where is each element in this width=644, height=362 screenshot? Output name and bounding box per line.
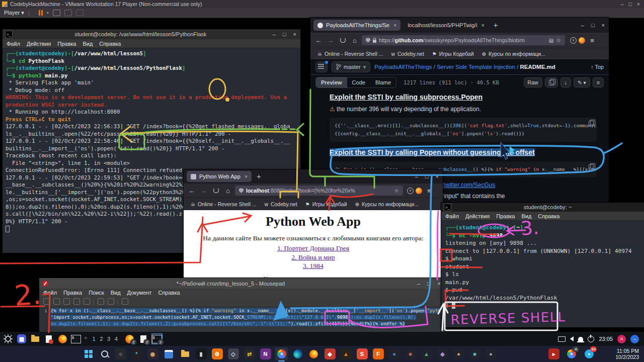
file-manager-button[interactable]: [30, 334, 40, 344]
edge-app[interactable]: [291, 347, 304, 360]
minimize-button[interactable]: –: [273, 31, 276, 37]
copy-code-icon[interactable]: [589, 121, 594, 129]
ctrl-alt-del-button[interactable]: [53, 10, 60, 16]
player-menu[interactable]: Player ▾: [4, 10, 24, 16]
app-b[interactable]: ■: [404, 347, 417, 360]
breadcrumb[interactable]: PayloadsAllTheThings / Server Side Templ…: [374, 64, 555, 70]
menu-item[interactable]: Действия: [27, 41, 51, 47]
tab-localhost-phptwig[interactable]: localhost/lesson5/PHPTwig/i ×: [404, 20, 489, 31]
start-button[interactable]: [82, 347, 95, 360]
copy-file-button[interactable]: [545, 77, 558, 87]
home-button[interactable]: ⌂: [223, 187, 233, 195]
back-button[interactable]: ←: [313, 37, 324, 44]
app-d[interactable]: ◆: [436, 347, 449, 360]
close-button[interactable]: ×: [436, 173, 439, 179]
menu-button[interactable]: ≡: [424, 187, 434, 195]
chrome-tray[interactable]: A: [565, 347, 578, 360]
tab-python-web-app[interactable]: Python Web App ×: [187, 171, 252, 182]
forward-button[interactable]: →: [199, 187, 209, 195]
minimize-button[interactable]: –: [581, 22, 584, 28]
calendar-app[interactable]: [163, 347, 175, 360]
host-clock[interactable]: 11:05 PM10/2/2023: [600, 348, 639, 360]
raw-button[interactable]: Raw: [524, 77, 542, 87]
settings-app[interactable]: ⚙: [211, 347, 223, 360]
reload-button[interactable]: [338, 37, 348, 44]
left-terminal-titlebar[interactable]: >_ student@codeby: /var/www/html/lesson5…: [3, 29, 300, 39]
firefox-account-icon[interactable]: [579, 37, 585, 44]
maximize-button[interactable]: □: [425, 173, 429, 179]
copy-code-icon[interactable]: [589, 164, 594, 172]
menu-item[interactable]: Вид: [83, 41, 93, 47]
branch-selector[interactable]: master ▾: [332, 61, 370, 72]
apps-button[interactable]: ▦: [17, 334, 27, 344]
pocket-icon[interactable]: ∨: [407, 188, 414, 194]
go-button[interactable]: →: [630, 335, 639, 343]
maximize-button[interactable]: □: [591, 22, 595, 28]
menu-item[interactable]: Файл: [43, 290, 57, 296]
search-button[interactable]: [98, 347, 111, 360]
fl-app[interactable]: F: [372, 347, 384, 360]
files-app[interactable]: [179, 347, 191, 360]
bookmark-item[interactable]: wCodeby.net: [391, 51, 424, 57]
bookmark-item[interactable]: ⚑Игры Кодебай: [432, 51, 474, 57]
readme-heading-1[interactable]: Exploit the SSTI by calling subprocess.P…: [330, 93, 609, 101]
right-terminal-content[interactable]: ┌──(student@codeby)-[~]└─$ nc -nvlp 9898…: [441, 221, 644, 327]
reader-icon[interactable]: ▤: [549, 38, 553, 43]
outline-button[interactable]: ≡: [593, 77, 604, 87]
onenote-app[interactable]: N: [259, 347, 272, 360]
bookmark-item[interactable]: ☠Online - Reverse Shell ...: [191, 201, 257, 207]
right-terminal-titlebar[interactable]: >_ student@codeby: ~: [441, 203, 644, 212]
readme-heading-2[interactable]: Exploit the SSTI by calling Popen withou…: [330, 148, 609, 156]
vmware-maximize-button[interactable]: □: [629, 1, 632, 7]
tab-close-icon[interactable]: ×: [393, 22, 396, 28]
minimize-button[interactable]: –: [415, 173, 418, 179]
menu-button[interactable]: ≡: [587, 37, 597, 44]
wallet-app[interactable]: ▮: [195, 347, 207, 360]
tab-close-icon[interactable]: ×: [245, 173, 248, 179]
suspend-button[interactable]: [39, 10, 43, 16]
mousepad-titlebar[interactable]: *~/Рабочий стол/tmp_lesson_5 - Mousepad …: [39, 278, 445, 289]
reload-button[interactable]: [211, 187, 221, 195]
bookmark-star-icon[interactable]: ☆: [394, 188, 399, 194]
terminal-button[interactable]: $: [71, 334, 81, 344]
mousepad-text[interactable]: {% for x in ().__class__.__base__.__subc…: [49, 307, 445, 332]
photos-app[interactable]: ◉: [146, 347, 159, 360]
shop-app[interactable]: S: [356, 347, 368, 360]
mousepad-button[interactable]: [44, 334, 54, 344]
bookmark-item[interactable]: wCodeby.net: [265, 201, 297, 207]
menu-item[interactable]: Документ: [127, 290, 152, 296]
video-app[interactable]: ▸: [547, 347, 560, 360]
minimize-button[interactable]: –: [417, 281, 420, 287]
guest-clock[interactable]: 23:05: [599, 336, 613, 342]
menu-item[interactable]: Правка: [63, 290, 82, 296]
tab-payloadsallthethings[interactable]: PayloadsAllTheThings/Se ×: [313, 20, 400, 31]
close-button[interactable]: ×: [293, 31, 296, 37]
firefox-app[interactable]: [307, 347, 320, 360]
vmware-app[interactable]: ◇: [227, 347, 239, 360]
power-icon[interactable]: [588, 336, 594, 342]
menu-item[interactable]: Правка: [496, 213, 515, 219]
firefox-window-button[interactable]: 2: [125, 334, 135, 344]
book-link-1[interactable]: 1. Портрет Дориана Грея: [184, 244, 443, 253]
menu-item[interactable]: Файл: [7, 41, 20, 47]
carrot-app[interactable]: ▲: [340, 347, 352, 360]
tab-blame[interactable]: Blame: [370, 77, 396, 87]
bookmark-item[interactable]: ⚑Игры Кодебай: [305, 201, 347, 207]
bookmark-item[interactable]: ⊕Курсы по информаци...: [355, 201, 419, 207]
menu-item[interactable]: Файл: [445, 213, 459, 219]
menu-item[interactable]: Вид: [521, 213, 531, 219]
slack-app[interactable]: *: [130, 347, 143, 360]
bookmark-star-icon[interactable]: ☆: [556, 37, 561, 44]
workspace-switcher[interactable]: 1 2 3 4: [93, 336, 119, 342]
vmware-close-button[interactable]: ×: [637, 1, 640, 7]
app-c[interactable]: ▲: [420, 347, 433, 360]
menu-item[interactable]: Справка: [158, 290, 180, 296]
lock-button[interactable]: A: [617, 335, 626, 343]
maximize-button[interactable]: □: [427, 281, 431, 287]
menu-item[interactable]: Действия: [465, 213, 490, 219]
show-more-button[interactable]: ^: [85, 336, 87, 342]
book-link-3[interactable]: 3. 1984: [184, 261, 443, 270]
vmware-minimize-button[interactable]: –: [621, 1, 624, 7]
menu-item[interactable]: Вид: [111, 290, 121, 296]
back-button[interactable]: ←: [187, 187, 197, 195]
